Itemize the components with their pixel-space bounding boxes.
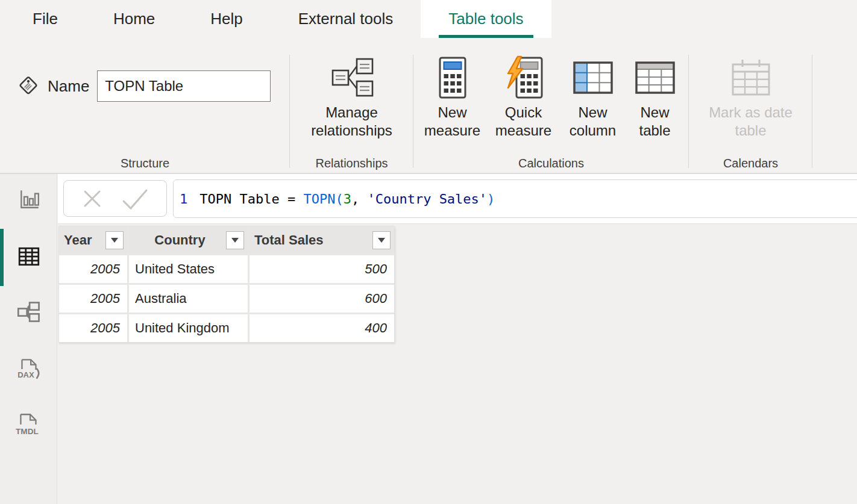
view-sidebar: DAX TMDL xyxy=(0,174,57,504)
ribbon-group-structure: Name Structure xyxy=(0,38,290,173)
svg-text:DAX: DAX xyxy=(17,370,34,379)
tab-help[interactable]: Help xyxy=(183,0,270,38)
sidebar-item-table-view[interactable] xyxy=(0,236,57,279)
column-header-country-label: Country xyxy=(134,232,226,248)
tab-external-tools[interactable]: External tools xyxy=(271,0,421,38)
sidebar-item-model-view[interactable] xyxy=(0,291,57,335)
table-cell[interactable]: 2005 xyxy=(59,255,127,283)
chevron-down-icon xyxy=(111,238,118,243)
tab-table-tools[interactable]: Table tools xyxy=(421,0,551,38)
tab-file[interactable]: File xyxy=(5,0,86,38)
chevron-down-icon xyxy=(378,238,385,243)
year-filter-dropdown[interactable] xyxy=(105,231,124,249)
sidebar-item-dax-query-view[interactable]: DAX xyxy=(0,349,57,392)
table-view-icon xyxy=(17,245,41,270)
tab-home[interactable]: Home xyxy=(86,0,183,38)
ribbon-group-calendars: Mark as date table Calendars xyxy=(689,38,812,173)
menu-bar: File Home Help External tools Table tool… xyxy=(0,0,857,38)
new-column-button[interactable]: New column xyxy=(563,54,623,140)
mark-as-date-table-label: Mark as date table xyxy=(698,104,804,140)
formula-token: ) xyxy=(487,191,495,207)
table-name-label: Name xyxy=(48,77,89,96)
data-table: Year Country Total Sales 2005 United Sta… xyxy=(58,226,395,343)
formula-token: 'Country Sales' xyxy=(367,191,487,207)
new-table-button[interactable]: New table xyxy=(628,54,682,140)
mark-as-date-table-button[interactable]: Mark as date table xyxy=(698,54,804,140)
column-header-total-sales[interactable]: Total Sales xyxy=(250,226,394,254)
formula-line-number: 1 xyxy=(180,191,187,207)
formula-token: 3 xyxy=(344,191,351,207)
country-filter-dropdown[interactable] xyxy=(226,231,244,249)
report-view-icon xyxy=(17,188,40,213)
calculator-lightning-icon xyxy=(503,54,544,102)
chevron-down-icon xyxy=(231,238,239,243)
calculator-blue-icon xyxy=(438,54,467,102)
manage-relationships-icon xyxy=(329,54,375,102)
dax-query-view-icon: DAX xyxy=(16,356,42,384)
data-view-canvas: Year Country Total Sales 2005 United Sta… xyxy=(58,224,857,504)
table-cell[interactable]: United Kingdom xyxy=(129,314,248,342)
formula-token: ( xyxy=(335,191,343,207)
group-label-calendars: Calendars xyxy=(689,157,812,170)
new-table-label: New table xyxy=(628,104,682,140)
column-header-total-sales-label: Total Sales xyxy=(254,232,324,248)
formula-input[interactable]: 1TOPN Table = TOPN(3, 'Country Sales') xyxy=(173,179,857,218)
group-label-structure: Structure xyxy=(0,157,290,170)
commit-formula-icon[interactable] xyxy=(121,187,149,211)
ribbon-empty-area xyxy=(812,38,857,173)
sidebar-item-tmdl-view[interactable]: TMDL xyxy=(0,405,57,448)
table-cell[interactable]: United States xyxy=(129,255,248,283)
ribbon: Name Structure xyxy=(0,38,857,174)
formula-token: , xyxy=(351,191,368,207)
group-label-relationships: Relationships xyxy=(290,157,413,170)
tmdl-view-icon: TMDL xyxy=(14,412,43,441)
ribbon-group-relationships: Manage relationships Relationships xyxy=(290,38,413,173)
table-cell[interactable]: 600 xyxy=(250,285,394,313)
tag-icon xyxy=(17,73,40,99)
new-measure-button[interactable]: New measure xyxy=(421,54,485,140)
manage-relationships-button[interactable]: Manage relationships xyxy=(292,54,412,140)
formula-token: TOPN xyxy=(303,191,335,207)
table-cell[interactable]: 500 xyxy=(250,255,394,283)
formula-commit-group xyxy=(63,180,167,217)
cancel-formula-icon[interactable] xyxy=(81,187,104,210)
column-header-year[interactable]: Year xyxy=(59,226,127,254)
new-column-label: New column xyxy=(563,104,623,140)
table-cell[interactable]: Australia xyxy=(129,285,248,313)
column-header-year-label: Year xyxy=(64,232,92,248)
table-column-highlight-icon xyxy=(573,54,613,102)
table-cell[interactable]: 2005 xyxy=(59,314,127,342)
quick-measure-label: Quick measure xyxy=(489,104,558,140)
new-measure-label: New measure xyxy=(421,104,485,140)
total-sales-filter-dropdown[interactable] xyxy=(372,231,391,249)
table-cell[interactable]: 400 xyxy=(250,314,394,342)
manage-relationships-label: Manage relationships xyxy=(292,104,412,140)
group-label-calculations: Calculations xyxy=(413,157,689,170)
table-cell[interactable]: 2005 xyxy=(59,285,127,313)
table-header-icon xyxy=(635,54,675,102)
formula-token: TOPN Table = xyxy=(199,191,303,207)
column-header-country[interactable]: Country xyxy=(129,226,248,254)
model-view-icon xyxy=(16,300,42,326)
svg-text:TMDL: TMDL xyxy=(16,427,39,436)
table-name-input[interactable] xyxy=(97,70,271,102)
calendar-icon xyxy=(730,54,772,102)
formula-bar: 1TOPN Table = TOPN(3, 'Country Sales') xyxy=(58,174,857,224)
sidebar-item-report-view[interactable] xyxy=(0,179,57,222)
ribbon-group-calculations: New measure Quick measure xyxy=(413,38,689,173)
quick-measure-button[interactable]: Quick measure xyxy=(489,54,558,140)
